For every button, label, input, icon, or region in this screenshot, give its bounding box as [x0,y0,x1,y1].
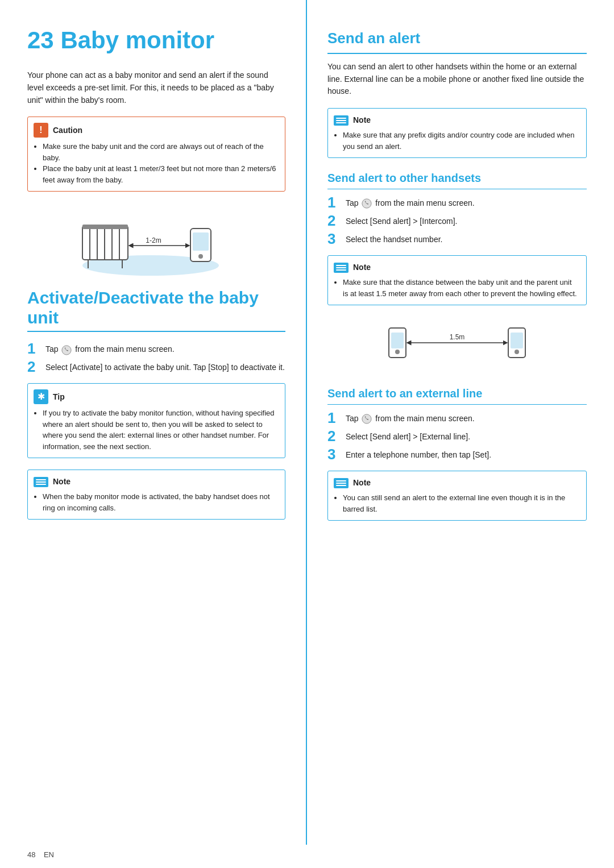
send-external-step-3-num: 3 [327,447,340,462]
send-external-step-1: 1 Tap from the main menu screen. [327,410,587,425]
distance-illustration-right: 1.5m [327,317,587,373]
send-other-step-1-num: 1 [327,195,340,210]
svg-rect-11 [193,232,209,251]
step-1-text: Tap from the main menu screen. [45,341,175,355]
svg-point-22 [515,350,519,354]
phone-icon-3 [362,414,372,424]
caution-item-2: Place the baby unit at least 1 meter/3 f… [43,163,277,185]
note-list-left: When the baby monitor mode is activated,… [34,491,277,513]
svg-rect-7 [82,225,128,229]
tip-list: If you try to activate the baby monitor … [34,408,277,452]
note-header-top: Note [334,114,578,126]
note-item-external-1: You can still send an alert to the exter… [343,492,578,514]
note-icon-external [334,478,349,488]
note-item-left-1: When the baby monitor mode is activated,… [43,491,277,513]
step-2-num: 2 [27,359,40,374]
svg-text:1.5m: 1.5m [450,333,465,341]
send-other-step-3-num: 3 [327,231,340,246]
phone-icon-1 [61,345,72,355]
send-external-step-3: 3 Enter a telephone number, then tap [Se… [327,447,587,462]
distance-svg-right: 1.5m [377,317,537,373]
send-other-step-2-text: Select [Send alert] > [Intercom]. [346,213,458,227]
note-box-external: Note You can still send an alert to the … [327,471,587,521]
note-icon-top [334,115,349,126]
page-footer: 48 EN [0,845,614,869]
step-2: 2 Select [Activate] to activate the baby… [27,359,285,374]
tip-header: ✱ Tip [34,389,277,404]
svg-rect-18 [391,333,404,348]
send-external-heading: Send alert to an external line [327,385,587,405]
send-other-step-3-text: Select the handset number. [346,231,442,246]
activate-steps: 1 Tap from the main menu screen. 2 Selec… [27,341,285,374]
send-alert-intro: You can send an alert to other handsets … [327,61,587,98]
intro-text: Your phone can act as a baby monitor and… [27,69,285,106]
note-box-left: Note When the baby monitor mode is activ… [27,470,285,520]
send-other-step-1: 1 Tap from the main menu screen. [327,195,587,210]
note-icon-left [34,477,48,487]
note-list-external: You can still send an alert to the exter… [334,492,578,514]
step-1-num: 1 [27,341,40,356]
send-other-step-2-num: 2 [327,213,340,228]
tip-item-1: If you try to activate the baby monitor … [43,408,277,452]
note-label-top: Note [353,114,371,126]
note-list-other: Make sure that the distance between the … [334,277,578,299]
note-box-top: Note Make sure that any prefix digits an… [327,108,587,158]
svg-rect-21 [511,333,523,348]
tip-box: ✱ Tip If you try to activate the baby mo… [27,383,285,458]
note-label-external: Note [353,477,371,489]
note-box-other: Note Make sure that the distance between… [327,255,587,305]
caution-box: ! Caution Make sure the baby unit and th… [27,117,285,192]
note-icon-other [334,263,349,273]
note-header-left: Note [34,476,277,488]
send-external-step-1-text: Tap from the main menu screen. [346,410,475,425]
caution-label: Caution [53,124,82,136]
chapter-title: 23 Baby monitor [27,27,285,53]
send-alert-title: Send an alert [327,27,587,54]
tip-label: Tip [53,391,65,403]
send-external-step-3-text: Enter a telephone number, then tap [Set]… [346,447,491,461]
phone-icon-2 [362,198,372,209]
footer-lang: EN [44,850,54,859]
step-1: 1 Tap from the main menu screen. [27,341,285,356]
send-other-steps: 1 Tap from the main menu screen. 2 Selec… [327,195,587,246]
svg-text:1-2m: 1-2m [146,236,161,244]
right-column: Send an alert You can send an alert to o… [307,0,614,845]
send-other-step-2: 2 Select [Send alert] > [Intercom]. [327,213,587,228]
send-external-step-1-num: 1 [327,410,340,425]
caution-icon: ! [34,123,48,138]
page: 23 Baby monitor Your phone can act as a … [0,0,614,868]
caution-list: Make sure the baby unit and the cord are… [34,141,277,185]
send-other-step-1-text: Tap from the main menu screen. [346,195,475,209]
svg-point-19 [395,350,400,354]
tip-icon: ✱ [34,389,48,404]
footer-page: 48 [27,850,35,859]
note-label-left: Note [53,476,70,488]
caution-header: ! Caution [34,123,277,138]
note-header-external: Note [334,477,578,489]
note-header-other: Note [334,261,578,273]
send-external-step-2-num: 2 [327,429,340,443]
baby-monitor-svg: 1-2m [65,203,247,277]
caution-item-1: Make sure the baby unit and the cord are… [43,141,277,163]
activate-heading: Activate/Deactivate the baby unit [27,288,285,332]
step-2-text: Select [Activate] to activate the baby u… [45,359,285,373]
send-external-step-2: 2 Select [Send alert] > [External line]. [327,429,587,443]
note-label-other: Note [353,261,371,273]
left-column: 23 Baby monitor Your phone can act as a … [0,0,307,845]
send-other-step-3: 3 Select the handset number. [327,231,587,246]
svg-point-12 [198,254,203,259]
baby-monitor-illustration: 1-2m [27,203,285,277]
send-external-steps: 1 Tap from the main menu screen. 2 Selec… [327,410,587,462]
note-item-other-1: Make sure that the distance between the … [343,277,578,299]
send-other-heading: Send alert to other handsets [327,169,587,189]
send-external-step-2-text: Select [Send alert] > [External line]. [346,429,470,443]
note-item-top-1: Make sure that any prefix digits and/or … [343,130,578,152]
note-list-top: Make sure that any prefix digits and/or … [334,130,578,152]
